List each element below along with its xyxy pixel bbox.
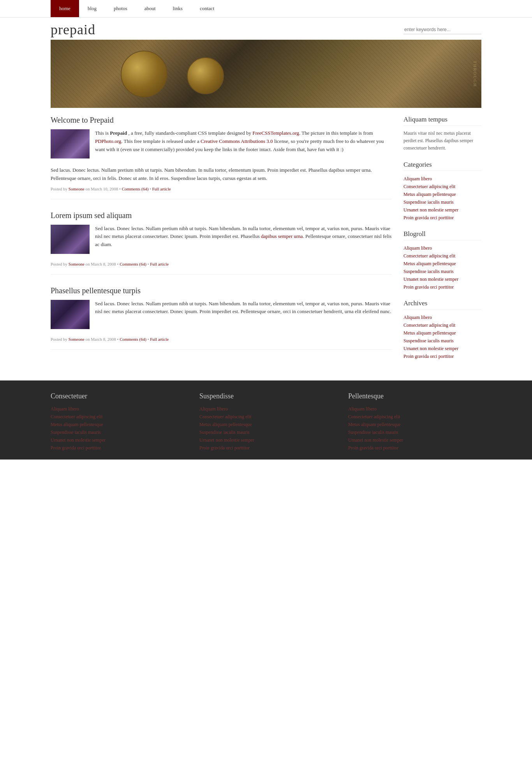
list-item: Metus aliquam pellentesque (403, 260, 481, 268)
footer-1-link-5[interactable]: Urnanet non molestie semper (51, 437, 106, 443)
sidebar-aliquam-tempus-title: Aliquam tempus (403, 116, 481, 126)
sidebar-aliquam-tempus-text: Mauris vitae nisl nec metus placerat per… (403, 130, 481, 152)
footer-2-link-2[interactable]: Consectetuer adipiscing elit (199, 414, 251, 419)
post-3-comments[interactable]: Comments (64) (120, 337, 146, 342)
list-item: Consectetuer adipiscing elit (348, 413, 481, 421)
post-3-full-article[interactable]: Full article (150, 337, 169, 342)
post-1-full-text: Sed lacus. Donec lectus. Nullam pretium … (51, 166, 392, 183)
footer-1-link-4[interactable]: Suspendisse iaculis mauris (51, 430, 101, 435)
footer-3-link-5[interactable]: Urnanet non molestie semper (348, 437, 403, 443)
site-footer: Consectetuer Aliquam libero Consectetuer… (0, 380, 532, 460)
category-link-1[interactable]: Aliquam libero (403, 176, 432, 181)
nav-link-links[interactable]: links (164, 0, 191, 17)
list-item: Urnanet non molestie semper (403, 345, 481, 352)
list-item: Suspendisse iaculis mauris (51, 428, 184, 436)
footer-1-link-3[interactable]: Metus aliquam pellentesque (51, 422, 103, 427)
post-1-full-article[interactable]: Full article (152, 187, 171, 191)
list-item: Metus aliquam pellentesque (51, 421, 184, 428)
list-item: Metus aliquam pellentesque (348, 421, 481, 428)
post-1-text: This is Prepaid , a free, fully standard… (51, 129, 392, 153)
footer-col-3-list: Aliquam libero Consectetuer adipiscing e… (348, 405, 481, 452)
blogroll-link-6[interactable]: Proin gravida orci porttitor (403, 284, 454, 290)
post-1-link-cc[interactable]: Creative Commons Attributions 3.0 (201, 138, 273, 144)
post-2-comments[interactable]: Comments (64) (120, 262, 146, 266)
nav-item-contact[interactable]: contact (191, 0, 223, 17)
archive-link-2[interactable]: Consectetuer adipiscing elit (403, 322, 455, 328)
category-link-2[interactable]: Consectetuer adipiscing elit (403, 184, 455, 189)
footer-3-link-1[interactable]: Aliquam libero (348, 406, 377, 412)
list-item: Metus aliquam pellentesque (403, 329, 481, 337)
footer-3-link-3[interactable]: Metus aliquam pellentesque (348, 422, 401, 427)
post-1-comments[interactable]: Comments (64) (122, 187, 149, 191)
footer-col-3: Pellentesque Aliquam libero Consectetuer… (348, 392, 481, 452)
blogroll-link-4[interactable]: Suspendisse iaculis mauris (403, 269, 454, 274)
content-wrapper: Welcome to Prepaid This is Prepaid , a f… (0, 108, 532, 380)
post-1-link-pdphoto[interactable]: PDPhoto.org (95, 138, 121, 144)
post-1-footer: Posted by Someone on March 10, 2008 • Co… (51, 187, 392, 191)
nav-item-about[interactable]: about (136, 0, 164, 17)
footer-2-link-6[interactable]: Proin gravida orci porttitor (199, 445, 250, 451)
post-2-footer: Posted by Someone on March 8, 2008 • Com… (51, 262, 392, 266)
category-link-6[interactable]: Proin gravida orci porttitor (403, 215, 454, 220)
list-item: Consectetuer adipiscing elit (51, 413, 184, 421)
banner-text: THROUGH (473, 61, 477, 87)
main-content: Welcome to Prepaid This is Prepaid , a f… (51, 116, 392, 369)
footer-3-link-2[interactable]: Consectetuer adipiscing elit (348, 414, 400, 419)
footer-2-link-5[interactable]: Urnanet non molestie semper (199, 437, 254, 443)
nav-item-photos[interactable]: photos (105, 0, 136, 17)
nav-item-blog[interactable]: blog (79, 0, 105, 17)
footer-1-link-2[interactable]: Consectetuer adipiscing elit (51, 414, 102, 419)
blogroll-link-5[interactable]: Urnanet non molestie semper (403, 276, 458, 282)
nav-link-blog[interactable]: blog (79, 0, 105, 17)
site-header: prepaid (0, 18, 532, 40)
post-1-bold: Prepaid (110, 130, 127, 136)
category-link-3[interactable]: Metus aliquam pellentesque (403, 192, 456, 197)
sidebar-archives: Archives Aliquam libero Consectetuer adi… (403, 299, 481, 360)
post-2-author[interactable]: Someone (69, 262, 85, 266)
footer-2-link-1[interactable]: Aliquam libero (199, 406, 228, 412)
blogroll-link-2[interactable]: Consectetuer adipiscing elit (403, 253, 455, 259)
list-item: Urnanet non molestie semper (348, 436, 481, 444)
nav-item-links[interactable]: links (164, 0, 191, 17)
post-1-title: Welcome to Prepaid (51, 116, 392, 125)
post-3-author[interactable]: Someone (69, 337, 85, 342)
search-input[interactable] (403, 25, 481, 34)
post-3-footer: Posted by Someone on March 8, 2008 • Com… (51, 337, 392, 342)
nav-item-home[interactable]: home (51, 0, 79, 17)
footer-2-link-3[interactable]: Metus aliquam pellentesque (199, 422, 252, 427)
list-item: Aliquam libero (403, 244, 481, 252)
nav-link-home[interactable]: home (51, 0, 79, 17)
sidebar-categories-list: Aliquam libero Consectetuer adipiscing e… (403, 175, 481, 222)
footer-col-2: Suspendisse Aliquam libero Consectetuer … (199, 392, 333, 452)
footer-3-link-6[interactable]: Proin gravida orci porttitor (348, 445, 398, 451)
blogroll-link-1[interactable]: Aliquam libero (403, 245, 432, 251)
list-item: Suspendisse iaculis mauris (403, 198, 481, 206)
nav-link-photos[interactable]: photos (105, 0, 136, 17)
post-1-author[interactable]: Someone (69, 187, 85, 191)
archive-link-4[interactable]: Suspendisse iaculis mauris (403, 338, 454, 343)
footer-columns: Consectetuer Aliquam libero Consectetuer… (51, 392, 481, 452)
blogroll-link-3[interactable]: Metus aliquam pellentesque (403, 261, 456, 266)
category-link-5[interactable]: Urnanet non molestie semper (403, 207, 458, 213)
footer-1-link-1[interactable]: Aliquam libero (51, 406, 79, 412)
post-2-date: March 8, 2008 (91, 262, 116, 266)
main-nav: home blog photos about links contact (0, 0, 532, 18)
footer-3-link-4[interactable]: Suspendisse iaculis mauris (348, 430, 398, 435)
post-2-full-article[interactable]: Full article (150, 262, 169, 266)
post-3-date: March 8, 2008 (91, 337, 116, 342)
coin-small (187, 57, 224, 94)
list-item: Aliquam libero (51, 405, 184, 413)
archive-link-5[interactable]: Urnanet non molestie semper (403, 346, 458, 351)
post-1-link-freecss[interactable]: FreeCSSTemplates.org (252, 130, 299, 136)
sidebar-aliquam-tempus: Aliquam tempus Mauris vitae nisl nec met… (403, 116, 481, 152)
list-item: Suspendisse iaculis mauris (403, 337, 481, 345)
nav-link-about[interactable]: about (136, 0, 164, 17)
category-link-4[interactable]: Suspendisse iaculis mauris (403, 199, 454, 205)
archive-link-3[interactable]: Metus aliquam pellentesque (403, 330, 456, 336)
nav-link-contact[interactable]: contact (191, 0, 223, 17)
footer-1-link-6[interactable]: Proin gravida orci porttitor (51, 445, 101, 451)
footer-2-link-4[interactable]: Suspendisse iaculis mauris (199, 430, 250, 435)
post-2-link-dapibus[interactable]: dapibus semper urna (261, 233, 303, 239)
archive-link-1[interactable]: Aliquam libero (403, 315, 432, 320)
archive-link-6[interactable]: Proin gravida orci porttitor (403, 354, 454, 359)
